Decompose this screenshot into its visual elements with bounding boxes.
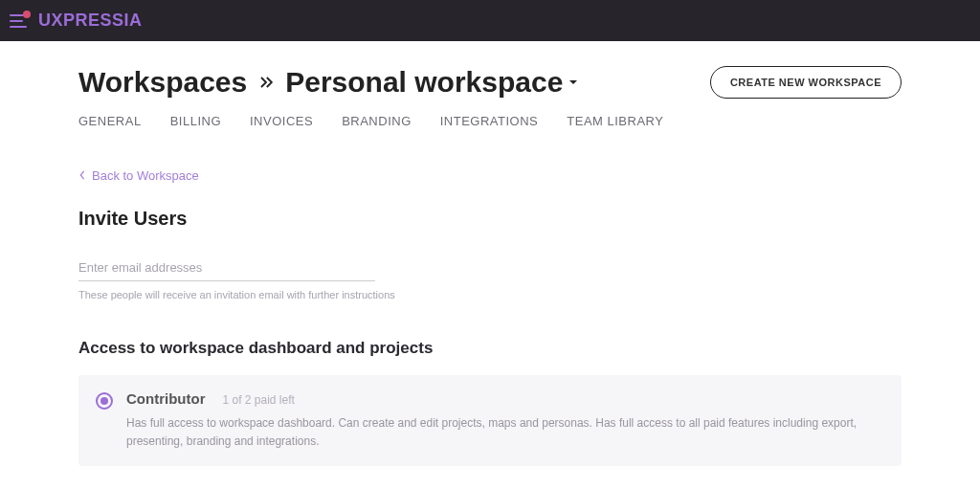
email-hint: These people will receive an invitation … (78, 289, 902, 300)
breadcrumb: Workspaces Personal workspace (78, 66, 578, 99)
tab-integrations[interactable]: INTEGRATIONS (440, 114, 539, 128)
chevron-left-icon (78, 170, 86, 180)
invite-title: Invite Users (78, 208, 902, 230)
caret-down-icon[interactable] (568, 78, 578, 87)
role-desc: Has full access to workspace dashboard. … (126, 414, 884, 451)
role-meta: 1 of 2 paid left (222, 393, 294, 407)
access-title: Access to workspace dashboard and projec… (78, 339, 902, 358)
notification-dot (23, 11, 31, 18)
tab-billing[interactable]: BILLING (170, 114, 221, 128)
email-input[interactable] (78, 255, 375, 281)
role-card-contributor[interactable]: Contributor 1 of 2 paid left Has full ac… (78, 375, 902, 466)
create-workspace-button[interactable]: CREATE NEW WORKSPACE (710, 66, 902, 99)
radio-selected-dot (100, 397, 108, 405)
tab-general[interactable]: GENERAL (78, 114, 142, 128)
menu-icon[interactable] (10, 12, 31, 30)
back-link-label: Back to Workspace (92, 168, 199, 183)
tab-invoices[interactable]: INVOICES (250, 114, 313, 128)
brand-logo[interactable]: UXPRESSIA (38, 11, 143, 31)
breadcrumb-root[interactable]: Workspaces (78, 66, 247, 99)
tab-team-library[interactable]: TEAM LIBRARY (567, 114, 663, 128)
topbar: UXPRESSIA (0, 0, 980, 41)
role-name: Contributor (126, 390, 205, 407)
chevron-double-right-icon (256, 73, 276, 92)
back-link[interactable]: Back to Workspace (78, 168, 199, 183)
radio-contributor[interactable] (96, 392, 113, 410)
tab-branding[interactable]: BRANDING (342, 114, 412, 128)
tabs: GENERAL BILLING INVOICES BRANDING INTEGR… (78, 114, 902, 128)
breadcrumb-current[interactable]: Personal workspace (285, 66, 563, 99)
role-card-viewer[interactable]: Viewer Has read-only access to the works… (78, 472, 902, 489)
